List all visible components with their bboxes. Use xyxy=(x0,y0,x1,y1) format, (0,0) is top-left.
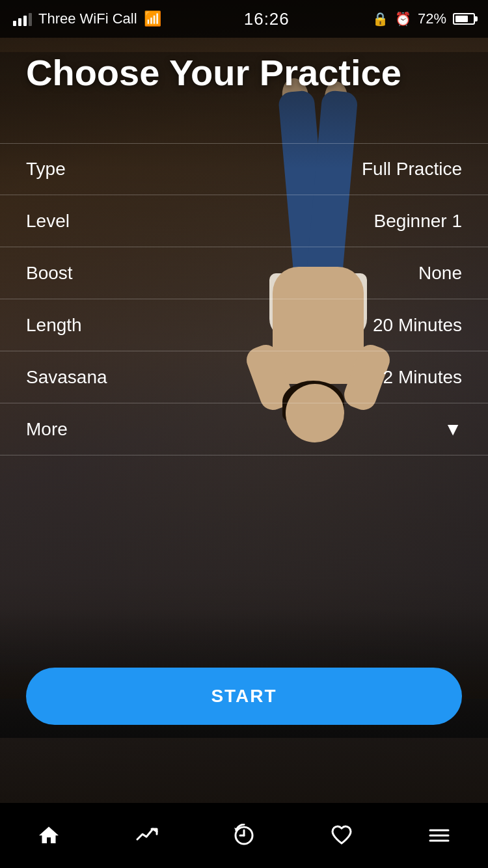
nav-home[interactable] xyxy=(29,816,68,855)
page-title: Choose Your Practice xyxy=(26,52,462,94)
carrier-text: Three WiFi Call xyxy=(38,10,137,27)
start-button[interactable]: START xyxy=(26,668,462,725)
options-list: Type Full Practice Level Beginner 1 Boos… xyxy=(0,143,488,455)
wifi-icon: 📶 xyxy=(144,10,161,27)
nav-menu[interactable] xyxy=(420,816,459,855)
signal-bars xyxy=(13,12,32,26)
boost-value: None xyxy=(418,263,462,284)
status-left: Three WiFi Call 📶 xyxy=(13,10,161,27)
home-icon xyxy=(37,824,61,847)
type-label: Type xyxy=(26,159,66,180)
history-icon xyxy=(232,824,256,847)
type-option[interactable]: Type Full Practice xyxy=(0,143,488,195)
level-option[interactable]: Level Beginner 1 xyxy=(0,195,488,247)
more-label: More xyxy=(26,419,68,440)
type-value: Full Practice xyxy=(362,159,462,180)
bottom-nav xyxy=(0,803,488,868)
status-right: 🔒 ⏰ 72% xyxy=(372,10,475,27)
main-background: Choose Your Practice Type Full Practice … xyxy=(0,0,488,803)
nav-progress[interactable] xyxy=(127,816,166,855)
more-option[interactable]: More ▼ xyxy=(0,403,488,455)
progress-icon xyxy=(135,824,158,847)
chevron-down-icon: ▼ xyxy=(444,419,462,440)
nav-favorites[interactable] xyxy=(322,816,361,855)
battery-icon xyxy=(453,13,475,25)
level-value: Beginner 1 xyxy=(374,211,462,232)
boost-label: Boost xyxy=(26,263,73,284)
start-button-container: START xyxy=(26,668,462,725)
savasana-value: 2 Minutes xyxy=(383,367,462,388)
heart-icon xyxy=(330,824,353,847)
savasana-option[interactable]: Savasana 2 Minutes xyxy=(0,351,488,403)
level-label: Level xyxy=(26,211,70,232)
length-option[interactable]: Length 20 Minutes xyxy=(0,299,488,351)
status-time: 16:26 xyxy=(244,9,290,29)
length-value: 20 Minutes xyxy=(373,315,462,336)
menu-icon xyxy=(427,824,451,847)
battery-percent: 72% xyxy=(418,10,446,27)
length-label: Length xyxy=(26,315,82,336)
status-bar: Three WiFi Call 📶 16:26 🔒 ⏰ 72% xyxy=(0,0,488,38)
alarm-icon: ⏰ xyxy=(395,11,411,27)
savasana-label: Savasana xyxy=(26,367,107,388)
lock-icon: 🔒 xyxy=(372,11,388,27)
boost-option[interactable]: Boost None xyxy=(0,247,488,299)
nav-history[interactable] xyxy=(224,816,264,855)
